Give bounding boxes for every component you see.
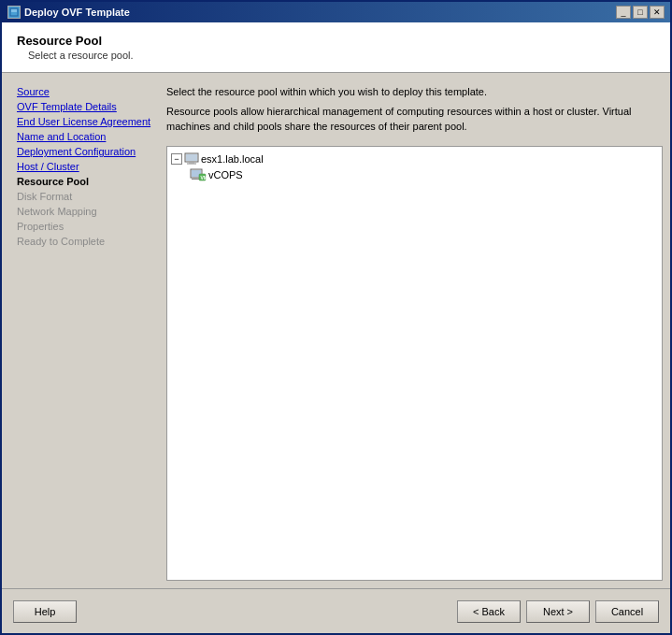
maximize-button[interactable]: □ [633,6,648,19]
svg-rect-1 [11,9,17,12]
next-button[interactable]: Next > [526,600,590,623]
sidebar-item-network-mapping: Network Mapping [9,204,161,219]
sidebar-item-resource-pool: Resource Pool [9,174,161,189]
expand-btn-root[interactable]: − [171,153,182,165]
titlebar-left: Deploy OVF Template [7,6,130,19]
sidebar-item-deployment-config[interactable]: Deployment Configuration [9,144,161,159]
vm-svg-icon: VM [190,168,207,181]
page-subtitle: Select a resource pool. [28,50,655,61]
sidebar-item-properties: Properties [9,219,161,234]
titlebar-buttons: _ □ ✕ [616,6,665,19]
close-button[interactable]: ✕ [650,6,665,19]
window-title: Deploy OVF Template [24,7,130,18]
titlebar: Deploy OVF Template _ □ ✕ [2,2,670,22]
svg-rect-3 [186,154,197,161]
footer: Help < Back Next > Cancel [2,588,670,633]
sidebar-item-ovf-details[interactable]: OVF Template Details [9,99,161,114]
minimize-button[interactable]: _ [616,6,631,19]
header-section: Resource Pool Select a resource pool. [2,22,670,73]
sidebar-item-ready-to-complete: Ready to Complete [9,234,161,249]
footer-left: Help [13,600,77,623]
tree-children: VM vCOPS [190,167,658,182]
vm-icon-wrapper: VM [190,168,207,181]
sidebar: Source OVF Template Details End User Lic… [9,80,161,581]
cancel-button[interactable]: Cancel [595,600,659,623]
description-line1: Select the resource pool within which yo… [166,84,663,100]
help-button[interactable]: Help [13,600,77,623]
sidebar-item-source[interactable]: Source [9,84,161,99]
tree-label-vcops: vCOPS [208,169,243,180]
tree-label-root: esx1.lab.local [201,153,264,165]
sidebar-item-name-location[interactable]: Name and Location [9,129,161,144]
sidebar-item-disk-format: Disk Format [9,189,161,204]
tree-item-vcops[interactable]: VM vCOPS [190,167,658,182]
svg-rect-8 [193,178,197,179]
description-line2: Resource pools allow hierarchical manage… [166,104,663,135]
svg-text:VM: VM [201,175,207,180]
description-area: Select the resource pool within which yo… [166,80,663,138]
main-window: Deploy OVF Template _ □ ✕ Resource Pool … [0,0,672,635]
host-svg-icon [184,152,199,166]
host-icon [184,152,199,166]
window-icon [7,6,21,19]
right-panel: Select the resource pool within which yo… [166,80,663,581]
tree-panel[interactable]: − esx1.lab.local [166,146,663,582]
svg-rect-5 [187,163,196,164]
footer-right: < Back Next > Cancel [457,600,659,623]
page-title: Resource Pool [17,34,655,48]
sidebar-item-eula[interactable]: End User License Agreement [9,114,161,129]
svg-rect-9 [192,179,199,180]
back-button[interactable]: < Back [457,600,521,623]
tree-item-root[interactable]: − esx1.lab.local [171,151,658,167]
main-content: Source OVF Template Details End User Lic… [2,73,670,588]
svg-rect-4 [189,162,194,164]
sidebar-item-host-cluster[interactable]: Host / Cluster [9,159,161,174]
